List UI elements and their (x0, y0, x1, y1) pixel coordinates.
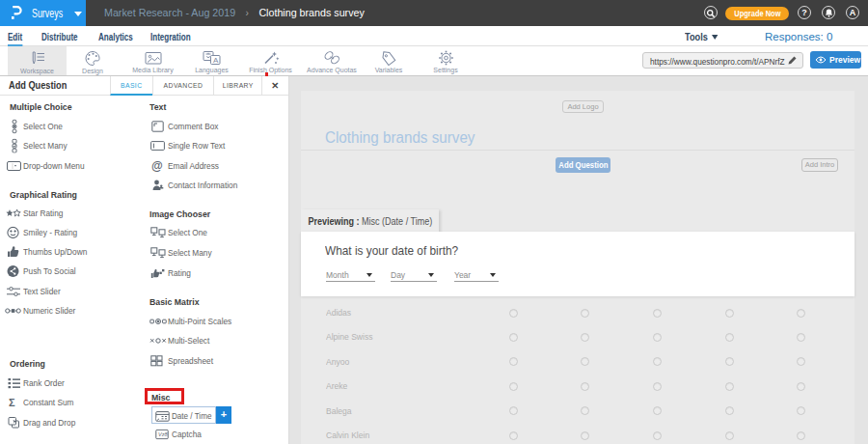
svg-text:A: A (213, 56, 219, 65)
svg-text:Vz8: Vz8 (158, 431, 168, 437)
